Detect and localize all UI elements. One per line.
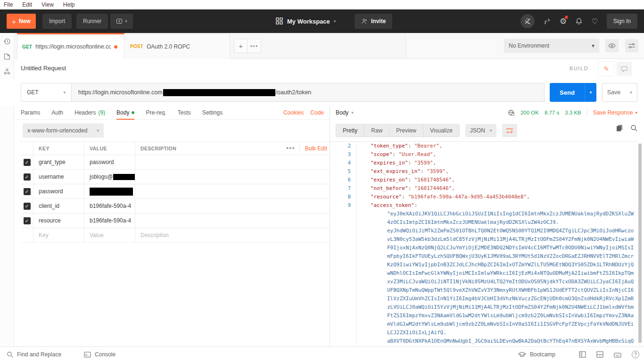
kv-value[interactable]: jsblogs@ xyxy=(84,170,135,184)
menu-help[interactable]: Help xyxy=(63,1,75,8)
environment-selector[interactable]: No Environment ▾ xyxy=(504,39,599,53)
view-visualize[interactable]: Visualize xyxy=(423,124,459,137)
scrollbar-thumb[interactable] xyxy=(638,144,642,343)
collections-icon[interactable] xyxy=(3,53,11,60)
sign-in-button[interactable]: Sign In xyxy=(607,14,637,29)
response-json-viewer[interactable]: 2"token_type": "Bearer",3"scope": "User.… xyxy=(330,141,637,346)
apis-icon[interactable] xyxy=(3,68,11,75)
wrap-line-button[interactable] xyxy=(502,124,517,137)
method-selector[interactable]: GET ▾ xyxy=(21,83,72,102)
status-code[interactable]: 200 OK xyxy=(520,110,539,115)
console-button[interactable]: Console xyxy=(84,351,116,358)
row-checkbox[interactable]: ✓ xyxy=(24,159,31,166)
kv-description[interactable] xyxy=(135,199,329,213)
kv-value[interactable] xyxy=(84,184,135,198)
comment-button[interactable] xyxy=(617,62,632,76)
sync-disabled-icon[interactable] xyxy=(520,14,535,28)
response-format-selector[interactable]: JSON ▾ xyxy=(465,124,497,137)
row-checkbox[interactable]: ✓ xyxy=(24,203,31,210)
proxy-signal-icon[interactable] xyxy=(543,17,551,25)
tab-headers[interactable]: Headers(9) xyxy=(74,106,105,120)
tab-oauth-ropc[interactable]: POST OAuth 2.0 ROPC xyxy=(124,33,230,59)
save-response-button[interactable]: Save Response ▾ xyxy=(593,109,637,116)
invite-button[interactable]: Invite xyxy=(355,14,392,29)
settings-gear-icon[interactable]: ⚙ xyxy=(560,16,567,26)
kv-key[interactable]: resource xyxy=(39,217,61,224)
notifications-bell-icon[interactable] xyxy=(575,17,583,25)
url-input[interactable]: https://login.microsoftonline.com/oauth2… xyxy=(72,83,545,102)
add-tab-button[interactable]: + xyxy=(234,39,248,53)
copy-icon[interactable] xyxy=(616,124,623,132)
response-body-dropdown[interactable]: Body ▾ xyxy=(336,109,354,116)
kv-key[interactable]: username xyxy=(39,173,64,180)
edit-pencil-button[interactable]: ✎ xyxy=(599,62,614,76)
tab-options-button[interactable]: ●●● xyxy=(248,39,261,53)
open-new-window-button[interactable]: ▾ xyxy=(110,14,133,29)
workspace-switcher[interactable]: My Workspace ▾ xyxy=(276,9,336,33)
body-type-selector[interactable]: x-www-form-urlencoded ▾ xyxy=(23,123,104,138)
kv-description-placeholder[interactable]: Description xyxy=(140,232,169,239)
runner-button[interactable]: Runner xyxy=(76,14,108,29)
kv-value[interactable]: b196fafe-590a-4 xyxy=(84,199,135,213)
kv-description[interactable] xyxy=(135,184,329,198)
response-size[interactable]: 3.3 KB xyxy=(565,110,581,115)
kv-value[interactable]: b196fafe-590a-4 xyxy=(84,214,135,228)
two-pane-layout-icon[interactable] xyxy=(579,351,586,358)
history-icon[interactable] xyxy=(3,38,11,45)
view-raw[interactable]: Raw xyxy=(364,124,389,137)
menu-view[interactable]: View xyxy=(41,1,54,8)
heart-icon[interactable]: ♡ xyxy=(591,17,598,26)
view-preview[interactable]: Preview xyxy=(389,124,423,137)
kv-more-options-button[interactable]: ●●● xyxy=(286,146,295,150)
tab-prerequest[interactable]: Pre-req. xyxy=(146,106,166,120)
kv-value-placeholder[interactable]: Value xyxy=(90,232,104,239)
kv-key-placeholder[interactable]: Key xyxy=(39,232,49,239)
row-checkbox[interactable]: ✓ xyxy=(24,217,31,224)
environment-quick-look-button[interactable] xyxy=(605,39,619,52)
save-options-button[interactable]: ▾ xyxy=(625,83,637,102)
response-time[interactable]: 8.77 s xyxy=(545,110,559,115)
kv-row[interactable]: ✓password xyxy=(21,184,329,199)
code-link[interactable]: Code xyxy=(310,109,324,116)
network-globe-lock-icon[interactable] xyxy=(508,109,515,116)
row-checkbox[interactable]: ✓ xyxy=(24,173,31,181)
environment-settings-button[interactable] xyxy=(625,39,638,52)
kv-description[interactable] xyxy=(135,155,329,169)
request-name[interactable]: Untitled Request xyxy=(21,65,66,72)
menu-file[interactable]: File xyxy=(4,1,13,8)
menu-edit[interactable]: Edit xyxy=(22,1,32,8)
kv-row[interactable]: ✓usernamejsblogs@ xyxy=(21,170,329,184)
row-checkbox[interactable]: ✓ xyxy=(24,188,31,195)
kv-value[interactable]: password xyxy=(84,155,135,169)
tab-get-request[interactable]: GET https://login.microsoftonline.co... xyxy=(17,33,124,59)
view-pretty[interactable]: Pretty xyxy=(336,124,364,137)
response-scrollbar[interactable] xyxy=(638,142,642,345)
tab-tests[interactable]: Tests xyxy=(178,106,191,120)
bulk-edit-link[interactable]: Bulk Edit xyxy=(305,145,327,152)
cookies-link[interactable]: Cookies xyxy=(283,109,304,116)
split-pane-icon[interactable] xyxy=(596,351,603,358)
kv-key[interactable]: password xyxy=(39,188,63,195)
send-button[interactable]: Send xyxy=(550,83,585,102)
kv-key[interactable]: client_id xyxy=(39,203,59,209)
tab-auth[interactable]: Auth xyxy=(51,106,63,120)
search-icon[interactable] xyxy=(630,124,637,132)
bootcamp-button[interactable]: Bootcamp xyxy=(518,351,555,358)
kv-description[interactable] xyxy=(135,214,329,228)
kv-row[interactable]: ✓resourceb196fafe-590a-4 xyxy=(21,214,329,228)
find-and-replace-button[interactable]: Find and Replace xyxy=(7,351,61,358)
import-button[interactable]: Import xyxy=(42,14,72,29)
tab-body[interactable]: Body xyxy=(116,106,134,120)
kv-row[interactable]: ✓client_idb196fafe-590a-4 xyxy=(21,199,329,214)
tab-settings[interactable]: Settings xyxy=(202,106,223,120)
save-button[interactable]: Save xyxy=(602,83,626,102)
new-button[interactable]: + New xyxy=(7,14,36,29)
kv-row[interactable]: ✓grant_typepassword xyxy=(21,155,329,170)
tab-params[interactable]: Params xyxy=(21,106,40,120)
kv-key[interactable]: grant_type xyxy=(39,159,66,165)
kv-description[interactable] xyxy=(135,170,329,184)
keyboard-shortcuts-icon[interactable] xyxy=(614,352,621,358)
help-icon[interactable]: ? xyxy=(632,351,639,358)
kv-row-new[interactable]: KeyValueDescription xyxy=(21,228,329,243)
send-options-button[interactable]: ▾ xyxy=(585,83,596,102)
